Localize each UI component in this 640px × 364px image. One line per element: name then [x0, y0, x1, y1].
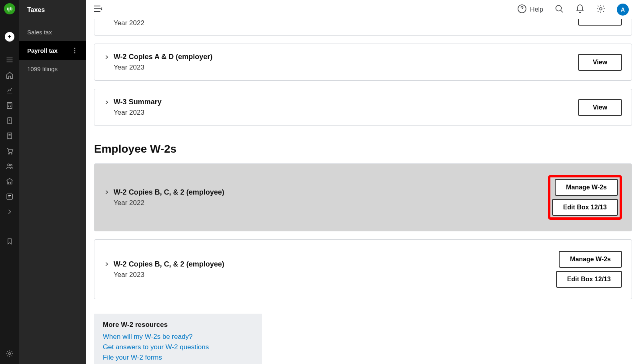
form-year: Year 2022 — [114, 19, 144, 27]
secondary-sidebar: Taxes Sales tax Payroll tax⋮ 1099 filing… — [19, 0, 86, 364]
form-year: Year 2023 — [114, 64, 212, 72]
chevron-right-icon — [104, 189, 110, 195]
notifications-icon[interactable] — [575, 4, 585, 15]
sidebar-title: Taxes — [19, 0, 86, 23]
highlighted-buttons: Manage W-2s Edit Box 12/13 — [548, 175, 622, 220]
gear-icon[interactable] — [596, 4, 606, 15]
chevron-right-icon — [104, 54, 110, 60]
cart-icon[interactable] — [5, 146, 14, 156]
resources-heading: More W-2 resources — [103, 321, 253, 329]
view-button[interactable]: View — [578, 54, 622, 71]
building-icon[interactable] — [5, 177, 14, 186]
more-icon[interactable]: ⋮ — [72, 47, 78, 54]
settings-icon[interactable] — [5, 349, 14, 358]
svg-point-4 — [8, 164, 10, 166]
svg-rect-6 — [7, 194, 12, 199]
resource-link[interactable]: When will my W-2s be ready? — [103, 333, 253, 341]
chevron-right-icon — [104, 261, 110, 267]
form-title-row[interactable]: W-2 Copies B, C, & 2 (employee) — [104, 188, 224, 197]
main-area: Help A Year 2022 View W-2 Copies A & D (… — [86, 0, 640, 364]
form-title: W-3 Summary — [114, 98, 162, 106]
view-button[interactable]: View — [578, 99, 622, 116]
svg-point-7 — [9, 353, 11, 355]
form-title-row[interactable]: W-2 Copies B, C, & 2 (employee) — [104, 260, 224, 269]
employees-icon[interactable] — [5, 161, 14, 171]
nav-icon-rail: qb + — [0, 0, 19, 364]
manage-w2s-button[interactable]: Manage W-2s — [559, 251, 622, 268]
svg-point-9 — [556, 6, 562, 11]
taxes-icon[interactable] — [5, 192, 14, 201]
resource-link[interactable]: Get answers to your W-2 questions — [103, 343, 253, 351]
edit-box-12-13-button[interactable]: Edit Box 12/13 — [552, 199, 618, 216]
top-bar: Help A — [86, 0, 640, 19]
form-title-row[interactable]: W-3 Summary — [104, 98, 162, 106]
form-year: Year 2022 — [114, 199, 224, 207]
help-button[interactable]: Help — [517, 4, 543, 15]
resource-link[interactable]: File your W-2 forms — [103, 354, 253, 362]
form-year: Year 2023 — [114, 109, 162, 117]
quick-create-button[interactable]: + — [5, 32, 14, 42]
form-title-row[interactable]: W-2 Copies A & D (employer) — [104, 53, 212, 61]
bank-icon[interactable] — [5, 116, 14, 125]
form-year: Year 2023 — [114, 271, 224, 279]
form-title: W-2 Copies A & D (employer) — [114, 53, 212, 61]
employee-form-card: W-2 Copies B, C, & 2 (employee) Year 202… — [94, 239, 632, 299]
form-card: W-2 Copies A & D (employer) Year 2023 Vi… — [94, 44, 632, 81]
view-button[interactable]: View — [578, 19, 622, 26]
search-icon[interactable] — [554, 4, 564, 15]
sidebar-item-payroll-tax[interactable]: Payroll tax⋮ — [19, 41, 86, 60]
content-scroll: Year 2022 View W-2 Copies A & D (employe… — [86, 19, 640, 364]
expand-icon[interactable] — [5, 207, 14, 217]
form-title: W-2 Copies B, C, & 2 (employee) — [114, 260, 224, 269]
form-card: W-3 Summary Year 2023 View — [94, 89, 632, 126]
sidebar-item-1099-filings[interactable]: 1099 filings — [19, 60, 86, 78]
home-icon[interactable] — [5, 70, 14, 80]
user-avatar[interactable]: A — [617, 4, 629, 16]
resources-panel: More W-2 resources When will my W-2s be … — [94, 314, 262, 364]
sidebar-item-sales-tax[interactable]: Sales tax — [19, 23, 86, 41]
edit-box-12-13-button[interactable]: Edit Box 12/13 — [556, 271, 622, 288]
svg-point-10 — [600, 8, 602, 10]
svg-point-2 — [8, 153, 9, 154]
svg-point-5 — [10, 164, 12, 166]
svg-point-3 — [11, 153, 12, 154]
employee-form-card: W-2 Copies B, C, & 2 (employee) Year 202… — [94, 163, 632, 231]
chart-icon[interactable] — [5, 86, 14, 95]
employee-w2-heading: Employee W-2s — [94, 143, 632, 155]
receipt-icon[interactable] — [5, 131, 14, 141]
form-title: W-2 Copies B, C, & 2 (employee) — [114, 188, 224, 197]
svg-rect-0 — [7, 103, 12, 109]
collapse-nav-icon[interactable] — [93, 5, 103, 14]
help-label: Help — [530, 6, 543, 13]
manage-w2s-button[interactable]: Manage W-2s — [555, 179, 618, 196]
help-icon — [517, 4, 527, 15]
calculator-icon[interactable] — [5, 101, 14, 110]
form-card: Year 2022 View — [94, 19, 632, 36]
brand-logo[interactable]: qb — [4, 3, 15, 14]
chevron-right-icon — [104, 99, 110, 105]
bookmark-icon[interactable] — [5, 237, 14, 246]
menu-icon[interactable] — [5, 55, 14, 65]
